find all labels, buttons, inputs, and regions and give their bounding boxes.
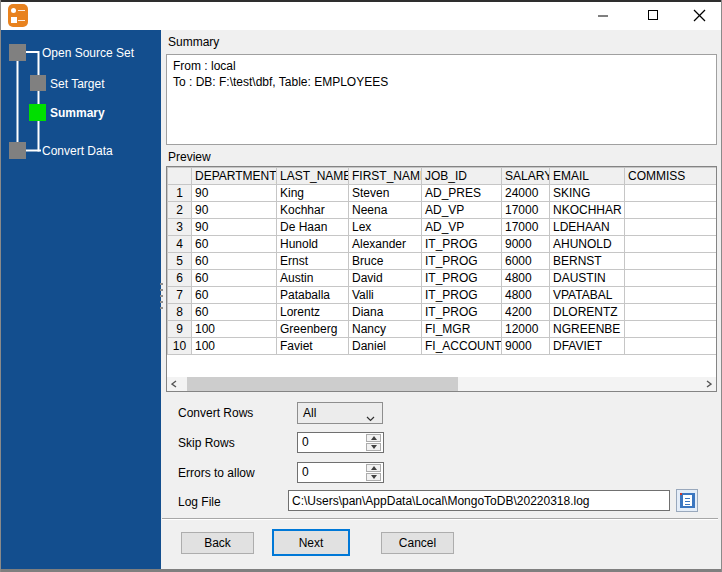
grid-cell[interactable]: AD_PRES	[422, 185, 502, 202]
grid-cell[interactable]: Neena	[349, 202, 422, 219]
grid-cell[interactable]: 90	[192, 219, 277, 236]
grid-cell[interactable]: SKING	[550, 185, 625, 202]
grid-cell[interactable]: 60	[192, 253, 277, 270]
skip-rows-up-button[interactable]	[366, 434, 381, 442]
grid-cell[interactable]: IT_PROG	[422, 253, 502, 270]
table-row[interactable]: 9100GreenbergNancyFI_MGR12000NGREENBE	[168, 321, 718, 338]
grid-cell[interactable]: IT_PROG	[422, 304, 502, 321]
row-number[interactable]: 1	[168, 185, 192, 202]
grid-cell[interactable]: Pataballa	[277, 287, 349, 304]
grid-cell[interactable]: IT_PROG	[422, 236, 502, 253]
column-header-commiss[interactable]: COMMISS	[625, 168, 718, 185]
grid-cell[interactable]	[625, 202, 718, 219]
skip-rows-stepper[interactable]: 0	[297, 432, 384, 453]
grid-cell[interactable]: 6000	[502, 253, 550, 270]
grid-cell[interactable]: BERNST	[550, 253, 625, 270]
grid-cell[interactable]: 9000	[502, 236, 550, 253]
column-header-job-id[interactable]: JOB_ID	[422, 168, 502, 185]
grid-cell[interactable]: DLORENTZ	[550, 304, 625, 321]
grid-cell[interactable]: IT_PROG	[422, 287, 502, 304]
grid-cell[interactable]: 100	[192, 321, 277, 338]
grid-cell[interactable]: IT_PROG	[422, 270, 502, 287]
grid-cell[interactable]: 100	[192, 338, 277, 355]
table-row[interactable]: 860LorentzDianaIT_PROG4200DLORENTZ	[168, 304, 718, 321]
column-header-first-name[interactable]: FIRST_NAME	[349, 168, 422, 185]
column-header-last-name[interactable]: LAST_NAME	[277, 168, 349, 185]
grid-cell[interactable]: Lex	[349, 219, 422, 236]
grid-cell[interactable]: Steven	[349, 185, 422, 202]
grid-cell[interactable]: 4800	[502, 270, 550, 287]
grid-cell[interactable]: De Haan	[277, 219, 349, 236]
column-header-department-[interactable]: DEPARTMENT_	[192, 168, 277, 185]
grid-cell[interactable]: David	[349, 270, 422, 287]
grid-cell[interactable]: Alexander	[349, 236, 422, 253]
grid-cell[interactable]: 17000	[502, 202, 550, 219]
scroll-left-arrow[interactable]	[167, 377, 181, 391]
minimize-button[interactable]	[581, 1, 625, 29]
scroll-right-arrow[interactable]	[702, 377, 716, 391]
row-number[interactable]: 10	[168, 338, 192, 355]
table-row[interactable]: 460HunoldAlexanderIT_PROG9000AHUNOLD	[168, 236, 718, 253]
scrollbar-thumb[interactable]	[187, 377, 458, 391]
row-number[interactable]: 7	[168, 287, 192, 304]
grid-cell[interactable]: AHUNOLD	[550, 236, 625, 253]
row-number[interactable]: 6	[168, 270, 192, 287]
grid-cell[interactable]: VPATABAL	[550, 287, 625, 304]
maximize-button[interactable]	[631, 1, 675, 29]
row-number[interactable]: 4	[168, 236, 192, 253]
grid-cell[interactable]: Faviet	[277, 338, 349, 355]
table-row[interactable]: 390De HaanLexAD_VP17000LDEHAAN	[168, 219, 718, 236]
horizontal-scrollbar[interactable]	[167, 377, 716, 391]
grid-cell[interactable]: 90	[192, 202, 277, 219]
skip-rows-down-button[interactable]	[366, 443, 381, 451]
column-header-email[interactable]: EMAIL	[550, 168, 625, 185]
grid-cell[interactable]: 9000	[502, 338, 550, 355]
grid-cell[interactable]: 90	[192, 185, 277, 202]
grid-cell[interactable]: AD_VP	[422, 202, 502, 219]
grid-cell[interactable]: Valli	[349, 287, 422, 304]
table-row[interactable]: 660AustinDavidIT_PROG4800DAUSTIN	[168, 270, 718, 287]
app-icon[interactable]	[8, 4, 28, 27]
grid-cell[interactable]: NGREENBE	[550, 321, 625, 338]
grid-cell[interactable]: Daniel	[349, 338, 422, 355]
table-row[interactable]: 10100FavietDanielFI_ACCOUNT9000DFAVIET	[168, 338, 718, 355]
row-number[interactable]: 3	[168, 219, 192, 236]
errors-to-allow-stepper[interactable]: 0	[297, 462, 384, 483]
grid-cell[interactable]: Hunold	[277, 236, 349, 253]
grid-cell[interactable]: Lorentz	[277, 304, 349, 321]
grid-cell[interactable]: 4200	[502, 304, 550, 321]
cancel-button[interactable]: Cancel	[381, 532, 454, 554]
grid-cell[interactable]	[625, 219, 718, 236]
grid-cell[interactable]: AD_VP	[422, 219, 502, 236]
grid-cell[interactable]	[625, 270, 718, 287]
grid-cell[interactable]	[625, 253, 718, 270]
splitter-grip[interactable]	[160, 283, 163, 311]
grid-cell[interactable]: 24000	[502, 185, 550, 202]
table-row[interactable]: 190KingStevenAD_PRES24000SKING	[168, 185, 718, 202]
grid-cell[interactable]	[625, 236, 718, 253]
row-number[interactable]: 2	[168, 202, 192, 219]
log-file-input[interactable]	[288, 490, 670, 511]
grid-cell[interactable]: Kochhar	[277, 202, 349, 219]
grid-cell[interactable]	[625, 185, 718, 202]
grid-cell[interactable]	[625, 287, 718, 304]
grid-cell[interactable]: NKOCHHAR	[550, 202, 625, 219]
grid-cell[interactable]	[625, 304, 718, 321]
errors-up-button[interactable]	[366, 464, 381, 472]
grid-cell[interactable]: 12000	[502, 321, 550, 338]
grid-cell[interactable]: 60	[192, 236, 277, 253]
table-row[interactable]: 560ErnstBruceIT_PROG6000BERNST	[168, 253, 718, 270]
grid-cell[interactable]: 60	[192, 304, 277, 321]
grid-cell[interactable]	[625, 321, 718, 338]
grid-cell[interactable]: Austin	[277, 270, 349, 287]
column-header-salary[interactable]: SALARY	[502, 168, 550, 185]
grid-cell[interactable]: FI_ACCOUNT	[422, 338, 502, 355]
row-number[interactable]: 5	[168, 253, 192, 270]
grid-cell[interactable]: DAUSTIN	[550, 270, 625, 287]
grid-cell[interactable]: Diana	[349, 304, 422, 321]
convert-rows-dropdown[interactable]: All	[297, 402, 383, 424]
table-row[interactable]: 760PataballaValliIT_PROG4800VPATABAL	[168, 287, 718, 304]
grid-cell[interactable]: Ernst	[277, 253, 349, 270]
grid-cell[interactable]	[625, 338, 718, 355]
grid-cell[interactable]: 17000	[502, 219, 550, 236]
